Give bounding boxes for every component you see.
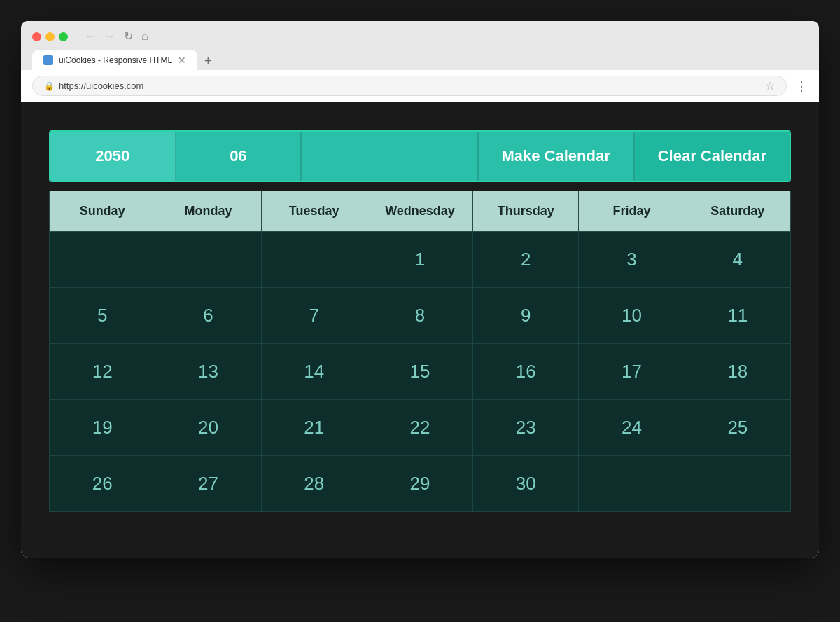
calendar-day-25[interactable]: 25 (685, 400, 790, 456)
calendar-day-5[interactable]: 5 (50, 288, 155, 344)
calendar-container: 2050 06 Make Calendar Clear Calendar Sun… (49, 130, 791, 512)
browser-window: ← → ↻ ⌂ uiCookies - Responsive HTML ✕ + … (21, 21, 819, 558)
day-header-friday: Friday (579, 191, 685, 232)
calendar-day-17[interactable]: 17 (579, 344, 685, 400)
browser-chrome: ← → ↻ ⌂ uiCookies - Responsive HTML ✕ + (21, 21, 819, 70)
make-calendar-button[interactable]: Make Calendar (479, 132, 635, 181)
calendar-day-13[interactable]: 13 (155, 344, 261, 400)
calendar-day-27[interactable]: 27 (155, 456, 261, 512)
calendar-empty-cell (50, 232, 155, 288)
calendar-day-19[interactable]: 19 (50, 400, 155, 456)
month-display: 06 (176, 132, 302, 181)
nav-buttons: ← → ↻ ⌂ (82, 29, 151, 43)
clear-calendar-button[interactable]: Clear Calendar (635, 132, 790, 181)
day-header-saturday: Saturday (685, 191, 790, 232)
day-header-monday: Monday (155, 191, 261, 232)
calendar-day-14[interactable]: 14 (261, 344, 367, 400)
day-header-tuesday: Tuesday (261, 191, 367, 232)
calendar-week-1: 1234 (50, 232, 791, 288)
header-spacer (302, 132, 478, 181)
minimize-window-button[interactable] (46, 32, 55, 41)
maximize-window-button[interactable] (59, 32, 68, 41)
calendar-day-26[interactable]: 26 (50, 456, 155, 512)
calendar-day-6[interactable]: 6 (155, 288, 261, 344)
address-bar-row: 🔒 https://uicookies.com ☆ ⋮ (21, 70, 819, 102)
calendar-day-20[interactable]: 20 (155, 400, 261, 456)
browser-controls: ← → ↻ ⌂ (32, 29, 808, 43)
active-tab[interactable]: uiCookies - Responsive HTML ✕ (32, 50, 197, 70)
tab-favicon (43, 55, 53, 65)
calendar-day-12[interactable]: 12 (50, 344, 155, 400)
url-text: https://uicookies.com (59, 81, 144, 91)
calendar-day-9[interactable]: 9 (473, 288, 579, 344)
calendar-day-18[interactable]: 18 (685, 344, 790, 400)
bookmark-icon[interactable]: ☆ (765, 79, 775, 92)
close-window-button[interactable] (32, 32, 41, 41)
address-bar[interactable]: 🔒 https://uicookies.com ☆ (32, 76, 787, 96)
forward-button[interactable]: → (102, 29, 118, 43)
calendar-empty-cell (579, 456, 685, 512)
calendar-day-7[interactable]: 7 (261, 288, 367, 344)
calendar-day-23[interactable]: 23 (473, 400, 579, 456)
traffic-lights (32, 32, 68, 41)
calendar-empty-cell (261, 232, 367, 288)
calendar-day-8[interactable]: 8 (367, 288, 472, 344)
calendar-grid: SundayMondayTuesdayWednesdayThursdayFrid… (49, 191, 791, 512)
calendar-week-2: 567891011 (50, 288, 791, 344)
calendar-day-10[interactable]: 10 (579, 288, 685, 344)
calendar-day-3[interactable]: 3 (579, 232, 685, 288)
lock-icon: 🔒 (44, 81, 55, 91)
calendar-day-15[interactable]: 15 (367, 344, 472, 400)
calendar-day-2[interactable]: 2 (473, 232, 579, 288)
year-display: 2050 (50, 132, 176, 181)
calendar-header-row: SundayMondayTuesdayWednesdayThursdayFrid… (50, 191, 791, 232)
calendar-week-5: 2627282930 (50, 456, 791, 512)
reload-button[interactable]: ↻ (121, 29, 136, 43)
calendar-empty-cell (155, 232, 261, 288)
calendar-day-16[interactable]: 16 (473, 344, 579, 400)
tab-title: uiCookies - Responsive HTML (59, 55, 172, 65)
calendar-header: 2050 06 Make Calendar Clear Calendar (49, 130, 791, 182)
calendar-day-30[interactable]: 30 (473, 456, 579, 512)
tab-close-button[interactable]: ✕ (178, 55, 186, 66)
day-header-sunday: Sunday (50, 191, 155, 232)
tab-bar: uiCookies - Responsive HTML ✕ + (32, 50, 808, 70)
new-tab-button[interactable]: + (199, 52, 218, 70)
calendar-body: 1234567891011121314151617181920212223242… (50, 232, 791, 512)
day-header-thursday: Thursday (473, 191, 579, 232)
calendar-empty-cell (685, 456, 790, 512)
calendar-day-28[interactable]: 28 (261, 456, 367, 512)
calendar-day-22[interactable]: 22 (367, 400, 472, 456)
back-button[interactable]: ← (82, 29, 99, 43)
browser-content: 2050 06 Make Calendar Clear Calendar Sun… (21, 102, 819, 558)
calendar-day-1[interactable]: 1 (367, 232, 472, 288)
calendar-week-4: 19202122232425 (50, 400, 791, 456)
calendar-day-29[interactable]: 29 (367, 456, 472, 512)
browser-menu-button[interactable]: ⋮ (795, 78, 808, 94)
calendar-week-3: 12131415161718 (50, 344, 791, 400)
calendar-day-21[interactable]: 21 (261, 400, 367, 456)
day-header-wednesday: Wednesday (367, 191, 472, 232)
calendar-day-4[interactable]: 4 (685, 232, 790, 288)
home-button[interactable]: ⌂ (139, 29, 151, 43)
calendar-day-24[interactable]: 24 (579, 400, 685, 456)
calendar-day-11[interactable]: 11 (685, 288, 790, 344)
day-headers: SundayMondayTuesdayWednesdayThursdayFrid… (50, 191, 791, 232)
